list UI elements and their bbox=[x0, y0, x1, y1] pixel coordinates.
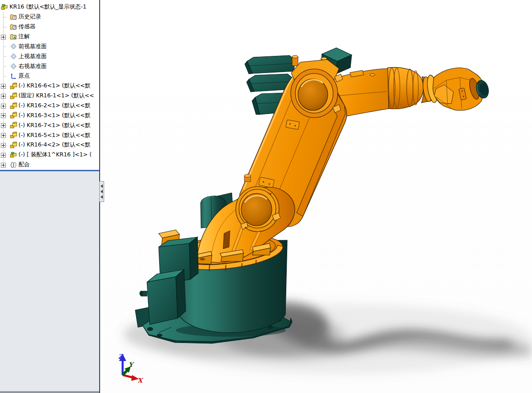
tree-item-label: (-) KR16-5<1> (默认<<默 bbox=[18, 132, 91, 139]
tree-item-12[interactable]: (-) KR16-5<1> (默认<<默 bbox=[0, 130, 99, 140]
feature-tree: KR16 (默认<默认_显示状态-1历史记录传感器A注解前视基准面上视基准面右视… bbox=[0, 0, 99, 170]
tree-root-item[interactable]: KR16 (默认<默认_显示状态-1 bbox=[0, 2, 99, 12]
tree-guide-stub bbox=[3, 56, 6, 57]
graphics-viewport[interactable]: Z Y X bbox=[100, 0, 532, 393]
tree-item-label: (固定) KR16-1<1> (默认<< bbox=[18, 92, 94, 100]
tree-item-15[interactable]: 配合 bbox=[0, 160, 99, 170]
expander-plus-icon[interactable] bbox=[1, 84, 6, 89]
sensors-folder-icon bbox=[10, 23, 17, 31]
tree-item-13[interactable]: (-) KR16-4<2> (默认<<默 bbox=[0, 140, 99, 150]
robot-wrist[interactable] bbox=[422, 68, 490, 110]
collapse-arrow-icon bbox=[101, 195, 103, 199]
tree-item-label: (-) KR16-4<2> (默认<<默 bbox=[18, 141, 91, 149]
tree-item-11[interactable]: (-) KR16-7<1> (默认<<默 bbox=[0, 120, 99, 130]
tree-item-label: KR16 (默认<默认_显示状态-1 bbox=[9, 3, 87, 11]
tree-item-10[interactable]: (-) KR16-3<1> (默认<<默 bbox=[0, 110, 99, 120]
robot-model-3d[interactable]: Z Y X bbox=[100, 0, 532, 393]
assembly-icon bbox=[1, 4, 8, 11]
part-icon bbox=[10, 142, 17, 149]
tree-item-0[interactable]: 历史记录 bbox=[0, 12, 99, 22]
tree-item-9[interactable]: (-) KR16-2<1> (默认<<默 bbox=[0, 101, 99, 111]
part-icon bbox=[10, 82, 17, 90]
plane-icon bbox=[10, 53, 17, 60]
tree-item-label: 传感器 bbox=[18, 23, 36, 31]
feature-panel-lower-pane bbox=[0, 171, 99, 393]
tree-guide-stub bbox=[3, 17, 6, 18]
expander-plus-icon[interactable] bbox=[1, 163, 6, 168]
expander-plus-icon[interactable] bbox=[1, 133, 6, 138]
tree-item-label: 上视基准面 bbox=[18, 53, 47, 60]
plane-icon bbox=[10, 63, 17, 70]
tree-guide-stub bbox=[3, 27, 6, 27]
orientation-triad: Z Y X bbox=[118, 353, 143, 384]
tree-item-label: 历史记录 bbox=[18, 13, 41, 21]
expander-plus-icon[interactable] bbox=[1, 123, 6, 128]
tree-item-3[interactable]: 前视基准面 bbox=[0, 41, 99, 51]
expander-plus-icon[interactable] bbox=[1, 94, 6, 99]
part-icon bbox=[10, 122, 17, 129]
expander-plus-icon[interactable] bbox=[1, 143, 6, 148]
tree-item-label: (-) KR16-6<1> (默认<<默 bbox=[18, 82, 91, 90]
plane-icon bbox=[10, 43, 17, 50]
annotations-folder-icon: A bbox=[10, 33, 17, 41]
mates-icon bbox=[10, 161, 17, 169]
part-icon bbox=[10, 92, 17, 100]
tree-item-1[interactable]: 传感器 bbox=[0, 22, 99, 32]
subassembly-icon bbox=[10, 151, 17, 159]
tree-item-label: 右视基准面 bbox=[18, 63, 47, 70]
tree-item-label: 注解 bbox=[18, 33, 30, 41]
feature-manager-panel: KR16 (默认<默认_显示状态-1历史记录传感器A注解前视基准面上视基准面右视… bbox=[0, 0, 100, 393]
tree-guide-stub bbox=[3, 46, 6, 47]
collapse-arrow-icon bbox=[101, 184, 103, 188]
collapse-arrow-icon bbox=[101, 190, 103, 193]
part-icon bbox=[10, 132, 17, 139]
tree-item-label: (-) [ 装配体1^KR16 ]<1> ( bbox=[18, 151, 92, 159]
history-folder-icon bbox=[10, 14, 17, 21]
tree-item-4[interactable]: 上视基准面 bbox=[0, 51, 99, 61]
tree-item-label: (-) KR16-3<1> (默认<<默 bbox=[18, 112, 91, 119]
robot-forearm[interactable] bbox=[331, 67, 436, 119]
part-icon bbox=[10, 102, 17, 110]
origin-icon bbox=[10, 73, 17, 80]
tree-guide-stub bbox=[3, 66, 6, 67]
tree-item-label: 配合 bbox=[18, 161, 30, 169]
tree-item-14[interactable]: (-) [ 装配体1^KR16 ]<1> ( bbox=[0, 150, 99, 160]
panel-splitter-handle[interactable] bbox=[99, 181, 104, 202]
tree-item-label: (-) KR16-2<1> (默认<<默 bbox=[18, 102, 91, 110]
svg-text:A: A bbox=[13, 36, 16, 39]
expander-plus-icon[interactable] bbox=[1, 113, 6, 118]
triad-x-label: X bbox=[138, 377, 143, 384]
tree-item-label: 前视基准面 bbox=[18, 43, 47, 50]
part-icon bbox=[10, 112, 17, 119]
tree-item-6[interactable]: 原点 bbox=[0, 71, 99, 81]
tree-item-label: 原点 bbox=[18, 72, 30, 80]
tree-item-8[interactable]: (固定) KR16-1<1> (默认<< bbox=[0, 91, 99, 101]
expander-plus-icon[interactable] bbox=[1, 104, 6, 109]
triad-y-label: Y bbox=[128, 361, 134, 368]
tree-item-label: (-) KR16-7<1> (默认<<默 bbox=[18, 122, 91, 129]
tree-item-5[interactable]: 右视基准面 bbox=[0, 61, 99, 71]
tree-item-2[interactable]: A注解 bbox=[0, 32, 99, 42]
hose-mount[interactable] bbox=[244, 174, 251, 182]
expander-plus-icon[interactable] bbox=[1, 35, 6, 40]
tree-item-7[interactable]: (-) KR16-6<1> (默认<<默 bbox=[0, 81, 99, 91]
expander-plus-icon[interactable] bbox=[1, 153, 6, 158]
tree-guide-stub bbox=[3, 76, 6, 77]
solidworks-window: KR16 (默认<默认_显示状态-1历史记录传感器A注解前视基准面上视基准面右视… bbox=[0, 0, 532, 393]
